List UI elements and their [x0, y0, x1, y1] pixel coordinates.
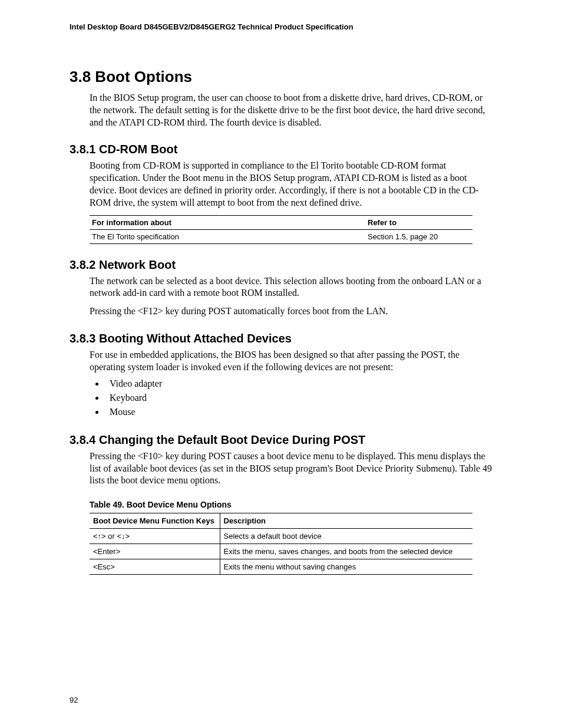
boot-col-keys: Boot Device Menu Function Keys — [90, 513, 220, 529]
boot-device-menu-table: Boot Device Menu Function Keys Descripti… — [90, 513, 472, 575]
ref-col-about: For information about — [90, 215, 365, 229]
boot-desc-cell: Exits the menu, saves changes, and boots… — [220, 544, 472, 559]
boot-desc-cell: Exits the menu without saving changes — [220, 559, 472, 575]
list-item: Video adapter — [105, 377, 492, 390]
heading-3-8-3: 3.8.3 Booting Without Attached Devices — [70, 332, 492, 345]
para-3-8-2b: Pressing the <F12> key during POST autom… — [90, 305, 492, 318]
reference-table: For information about Refer to The El To… — [90, 215, 472, 244]
para-3-8-intro: In the BIOS Setup program, the user can … — [90, 92, 492, 129]
para-3-8-4: Pressing the <F10> key during POST cause… — [90, 450, 492, 487]
boot-key-cell: <Esc> — [90, 559, 220, 575]
para-3-8-1: Booting from CD-ROM is supported in comp… — [90, 160, 492, 209]
device-list: Video adapter Keyboard Mouse — [105, 377, 492, 419]
heading-3-8: 3.8 Boot Options — [70, 68, 492, 86]
heading-3-8-2: 3.8.2 Network Boot — [70, 258, 492, 272]
boot-key-cell: <Enter> — [90, 544, 220, 559]
ref-col-refer: Refer to — [365, 215, 472, 229]
table-row: <Esc> Exits the menu without saving chan… — [90, 559, 472, 575]
table-row: The El Torito specification Section 1.5,… — [90, 229, 472, 243]
heading-3-8-1: 3.8.1 CD-ROM Boot — [70, 143, 492, 156]
para-3-8-2a: The network can be selected as a boot de… — [90, 275, 492, 300]
boot-col-desc: Description — [220, 513, 472, 529]
ref-refer-cell: Section 1.5, page 20 — [365, 229, 472, 243]
heading-3-8-4: 3.8.4 Changing the Default Boot Device D… — [70, 433, 492, 447]
boot-desc-cell: Selects a default boot device — [220, 529, 472, 544]
table-49-caption: Table 49. Boot Device Menu Options — [90, 500, 472, 509]
table-row: <Enter> Exits the menu, saves changes, a… — [90, 544, 472, 559]
running-header: Intel Desktop Board D845GEBV2/D845GERG2 … — [70, 22, 492, 31]
ref-about-cell: The El Torito specification — [90, 229, 365, 243]
table-row: <↑> or <↓> Selects a default boot device — [90, 529, 472, 544]
page-number: 92 — [70, 696, 78, 704]
list-item: Mouse — [105, 406, 492, 419]
boot-key-cell: <↑> or <↓> — [90, 529, 220, 544]
list-item: Keyboard — [105, 391, 492, 404]
para-3-8-3: For use in embedded applications, the BI… — [90, 349, 492, 374]
document-page: Intel Desktop Board D845GEBV2/D845GERG2 … — [0, 0, 562, 728]
